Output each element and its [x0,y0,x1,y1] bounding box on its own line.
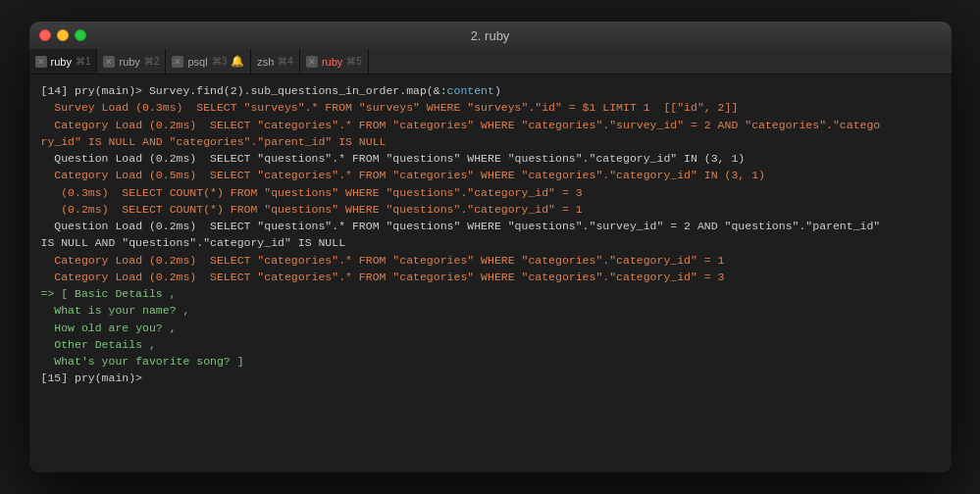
close-button[interactable] [39,29,51,41]
line-14: What is your name? , [41,302,940,319]
line-18: [15] pry(main)> ​ [41,370,940,386]
tab-key-4: ⌘4 [278,56,293,67]
minimize-button[interactable] [57,29,69,41]
line-7: (0.3ms) SELECT COUNT(*) FROM "questions"… [41,184,940,201]
tab-close-2[interactable]: ✕ [103,56,115,68]
tab-name-5: ruby [322,56,342,68]
bell-icon: 🔔 [231,55,244,68]
line-2: Survey Load (0.3ms) SELECT "surveys".* F… [41,99,940,116]
line-3: Category Load (0.2ms) SELECT "categories… [41,117,940,133]
tab-name-3: psql [187,56,207,68]
line-12: Category Load (0.2ms) SELECT "categories… [41,269,940,285]
maximize-button[interactable] [75,29,86,41]
tab-key-5: ⌘5 [346,56,362,67]
tab-ruby-5[interactable]: ✕ ruby ⌘5 [300,49,369,74]
tab-close-1[interactable]: ✕ [35,56,47,68]
window-controls [39,29,86,41]
tab-psql[interactable]: ✕ psql ⌘3 🔔 [166,49,251,74]
line-9: Question Load (0.2ms) SELECT "questions"… [41,218,940,234]
terminal-output[interactable]: [14] pry(main)> Survey.find(2).sub_quest… [29,74,952,472]
tab-close-3[interactable]: ✕ [172,56,183,68]
line-17: What's your favorite song? ] [41,353,940,370]
line-10: IS NULL AND "questions"."category_id" IS… [41,234,940,251]
line-1: [14] pry(main)> Survey.find(2).sub_quest… [41,82,940,99]
line-6: Category Load (0.5ms) SELECT "categories… [41,167,940,183]
line-15: How old are you? , [41,320,940,336]
tab-key-2: ⌘2 [144,56,160,67]
line-5: Question Load (0.2ms) SELECT "questions"… [41,150,940,167]
line-8: (0.2ms) SELECT COUNT(*) FROM "questions"… [41,201,940,218]
line-13: => [ Basic Details , [41,285,940,302]
window-title: 2. ruby [471,28,510,43]
tab-key-1: ⌘1 [76,56,91,67]
tab-name-1: ruby [51,56,72,68]
line-16: Other Details , [41,336,940,353]
line-4: ry_id" IS NULL AND "categories"."parent_… [41,133,940,150]
title-bar: 2. ruby [29,22,952,49]
tab-key-3: ⌘3 [212,56,228,67]
tab-bar: ✕ ruby ⌘1 ✕ ruby ⌘2 ✕ psql ⌘3 🔔 zsh ⌘4 ✕… [29,49,952,74]
tab-zsh[interactable]: zsh ⌘4 [251,49,300,74]
tab-name-2: ruby [119,56,139,68]
line-11: Category Load (0.2ms) SELECT "categories… [41,252,940,269]
tab-name-4: zsh [257,56,274,68]
tab-ruby-1[interactable]: ✕ ruby ⌘1 [29,49,98,74]
tab-ruby-2[interactable]: ✕ ruby ⌘2 [97,49,166,74]
terminal-window: 2. ruby ✕ ruby ⌘1 ✕ ruby ⌘2 ✕ psql ⌘3 🔔 … [29,22,952,472]
tab-close-5[interactable]: ✕ [306,56,318,68]
